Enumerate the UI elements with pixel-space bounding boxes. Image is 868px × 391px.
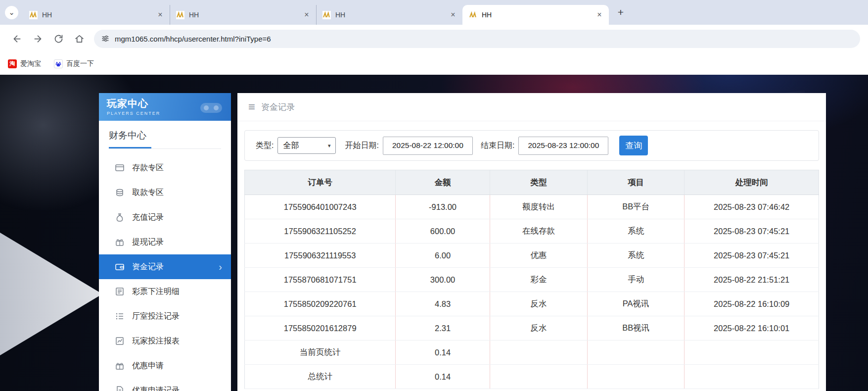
start-date-input[interactable] — [383, 137, 473, 155]
table-cell: 彩金 — [490, 268, 587, 292]
forward-icon — [33, 34, 43, 44]
table-row: 1755906321119553 6.00 优惠 系统 2025-08-23 0… — [245, 244, 819, 268]
filter-bar: 类型: 全部 ▾ 开始日期: 结束日期: 查询 — [244, 130, 819, 161]
main-panel: ≡ 资金记录 类型: 全部 ▾ 开始日期: 结束日期: 查询 订单号 金额 — [237, 93, 826, 391]
table-cell: 反水 — [490, 292, 587, 316]
sidebar: 玩家中心 PLAYERS CENTER 财务中心 存款专区 取款专区 充值记录 — [99, 93, 231, 391]
end-date-input[interactable] — [518, 137, 608, 155]
sidebar-item-label: 厅室投注记录 — [132, 311, 180, 322]
tab-close-icon[interactable]: × — [595, 10, 604, 19]
coins-icon — [115, 188, 125, 197]
sidebar-item-recharge-records[interactable]: 充值记录 — [99, 205, 231, 230]
tab[interactable]: HH × — [23, 5, 170, 25]
sidebar-item-label: 充值记录 — [132, 212, 164, 223]
tab-search-button[interactable]: ⌄ — [5, 6, 18, 19]
table-cell: BB平台 — [588, 195, 685, 219]
table-row-grand-total: 总统计 0.14 — [245, 365, 819, 389]
tab[interactable]: HH × — [316, 5, 462, 25]
bookmark-baidu[interactable]: 百度一下 — [54, 59, 94, 68]
sidebar-item-promo-apply[interactable]: 优惠申请 — [99, 353, 231, 378]
site-favicon — [469, 11, 477, 19]
tab-label: HH — [482, 11, 595, 19]
sidebar-item-label: 存款专区 — [132, 163, 164, 173]
taobao-icon: 淘 — [8, 59, 17, 68]
hamburger-icon[interactable]: ≡ — [248, 101, 255, 113]
sidebar-item-withdrawal-records[interactable]: 提现记录 — [99, 230, 231, 254]
table-cell: 2.31 — [396, 316, 490, 341]
sidebar-item-label: 提现记录 — [132, 237, 164, 247]
sidebar-item-label: 取款专区 — [132, 188, 164, 198]
search-button[interactable]: 查询 — [619, 136, 648, 155]
sidebar-item-withdraw[interactable]: 取款专区 — [99, 180, 231, 205]
chart-icon — [115, 336, 125, 346]
sidebar-item-label: 优惠申请记录 — [132, 386, 180, 391]
bookmark-label: 百度一下 — [66, 59, 94, 68]
table-cell — [490, 341, 587, 365]
home-button[interactable] — [70, 30, 88, 48]
deposit-card-icon — [115, 163, 125, 173]
table-cell: BB视讯 — [588, 316, 685, 341]
sidebar-item-hall-bets[interactable]: 厅室投注记录 — [99, 304, 231, 329]
tab-close-icon[interactable]: × — [302, 10, 311, 19]
purse-icon — [115, 237, 125, 247]
table-cell: 1755906401007243 — [245, 195, 396, 219]
site-favicon — [322, 11, 331, 19]
sidebar-item-label: 彩票下注明细 — [132, 287, 180, 297]
table-row: 1755906401007243 -913.00 额度转出 BB平台 2025-… — [245, 195, 819, 219]
baidu-paw-icon — [55, 60, 62, 67]
sidebar-item-fund-records[interactable]: 资金记录 › — [99, 254, 231, 279]
baidu-icon — [54, 59, 63, 68]
tab-strip: ⌄ HH × HH × HH × HH × + — [0, 0, 868, 25]
sidebar-item-player-report[interactable]: 玩家投注报表 — [99, 329, 231, 353]
table-cell — [490, 365, 587, 389]
content-header: ≡ 资金记录 — [237, 93, 826, 121]
table-cell: 300.00 — [396, 268, 490, 292]
type-select[interactable]: 全部 ▾ — [277, 137, 336, 154]
document-icon — [115, 386, 125, 391]
sidebar-item-lottery-details[interactable]: 彩票下注明细 — [99, 279, 231, 304]
tab-label: HH — [335, 11, 449, 19]
sidebar-item-deposit[interactable]: 存款专区 — [99, 155, 231, 180]
table-row-page-total: 当前页统计 0.14 — [245, 341, 819, 365]
table-cell: 总统计 — [245, 365, 396, 389]
records-table: 订单号 金额 类型 项目 处理时间 1755906401007243 -913.… — [244, 170, 819, 389]
column-header-amount: 金额 — [396, 170, 490, 195]
column-header-project: 项目 — [588, 170, 685, 195]
new-tab-button[interactable]: + — [614, 5, 628, 19]
column-header-time: 处理时间 — [685, 170, 819, 195]
tab[interactable]: HH × — [170, 5, 316, 25]
column-header-order-id: 订单号 — [245, 170, 396, 195]
sidebar-header: 玩家中心 PLAYERS CENTER — [99, 93, 231, 121]
table-cell: 2025-08-22 16:10:01 — [685, 316, 819, 341]
table-cell: 6.00 — [396, 244, 490, 268]
tab-active[interactable]: HH × — [462, 5, 609, 25]
url-bar[interactable]: mgm1065.com/hhcp/usercenter.html?iniType… — [94, 30, 860, 48]
type-label: 类型: — [256, 141, 274, 151]
forward-button[interactable] — [29, 30, 46, 48]
tab-label: HH — [42, 11, 156, 19]
table-body: 1755906401007243 -913.00 额度转出 BB平台 2025-… — [245, 195, 819, 389]
reload-button[interactable] — [49, 30, 67, 48]
tab-close-icon[interactable]: × — [449, 10, 457, 19]
table-cell — [588, 365, 685, 389]
start-date-label: 开始日期: — [345, 141, 378, 151]
table-row: 1755850201612879 2.31 反水 BB视讯 2025-08-22… — [245, 316, 819, 341]
tab-label: HH — [189, 11, 302, 19]
table-header: 订单号 金额 类型 项目 处理时间 — [245, 170, 819, 195]
table-cell: 在线存款 — [490, 219, 587, 244]
back-button[interactable] — [8, 30, 26, 48]
finance-section-title: 财务中心 — [109, 129, 221, 142]
sidebar-item-promo-records[interactable]: 优惠申请记录 — [99, 378, 231, 391]
chevron-right-icon: › — [219, 261, 222, 273]
table-cell: 2025-08-23 07:45:21 — [685, 244, 819, 268]
url-text[interactable]: mgm1065.com/hhcp/usercenter.html?iniType… — [115, 35, 271, 43]
sidebar-item-label: 资金记录 — [132, 262, 164, 272]
bookmark-taobao[interactable]: 淘 爱淘宝 — [8, 59, 41, 68]
table-cell: 优惠 — [490, 244, 587, 268]
finance-section: 财务中心 — [99, 121, 231, 149]
table-cell: 2025-08-23 07:46:42 — [685, 195, 819, 219]
tab-close-icon[interactable]: × — [156, 10, 165, 19]
wallet-icon — [115, 262, 125, 272]
table-cell: 1755850209220761 — [245, 292, 396, 316]
table-cell: 1755870681071751 — [245, 268, 396, 292]
